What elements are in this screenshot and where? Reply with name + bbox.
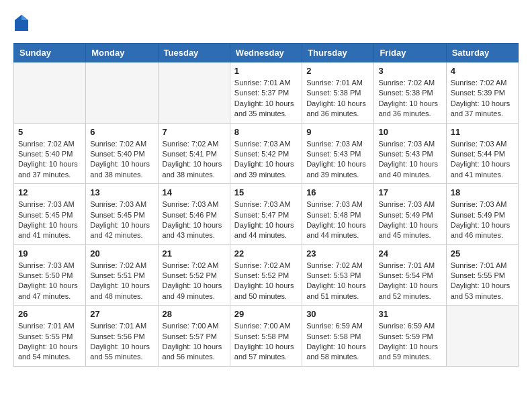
day-info: Sunrise: 7:03 AMSunset: 5:49 PMDaylight:… — [451, 199, 514, 241]
day-info: Sunrise: 7:01 AMSunset: 5:56 PMDaylight:… — [90, 321, 153, 363]
day-info: Sunrise: 7:00 AMSunset: 5:57 PMDaylight:… — [163, 321, 226, 363]
day-header-friday: Friday — [374, 44, 446, 62]
day-number: 9 — [306, 127, 369, 137]
logo-icon — [13, 13, 30, 32]
day-info: Sunrise: 7:01 AMSunset: 5:54 PMDaylight:… — [378, 261, 441, 302]
day-info: Sunrise: 7:03 AMSunset: 5:44 PMDaylight:… — [451, 139, 514, 181]
day-info: Sunrise: 7:02 AMSunset: 5:39 PMDaylight:… — [451, 78, 514, 120]
day-number: 31 — [378, 309, 441, 319]
day-number: 10 — [378, 127, 441, 137]
calendar-cell: 10Sunrise: 7:03 AMSunset: 5:43 PMDayligh… — [374, 123, 446, 184]
day-number: 14 — [163, 187, 226, 197]
day-info: Sunrise: 7:03 AMSunset: 5:43 PMDaylight:… — [306, 139, 369, 181]
calendar-cell: 25Sunrise: 7:01 AMSunset: 5:55 PMDayligh… — [446, 244, 518, 306]
calendar-cell: 1Sunrise: 7:01 AMSunset: 5:37 PMDaylight… — [230, 62, 302, 124]
day-number: 19 — [18, 248, 81, 259]
day-header-tuesday: Tuesday — [158, 44, 230, 62]
calendar-cell: 3Sunrise: 7:02 AMSunset: 5:38 PMDaylight… — [374, 62, 446, 124]
day-number: 23 — [306, 248, 369, 259]
day-info: Sunrise: 7:01 AMSunset: 5:55 PMDaylight:… — [18, 321, 81, 363]
calendar-cell: 31Sunrise: 6:59 AMSunset: 5:59 PMDayligh… — [374, 306, 446, 367]
day-info: Sunrise: 7:02 AMSunset: 5:52 PMDaylight:… — [234, 261, 298, 302]
day-number: 26 — [18, 309, 81, 319]
day-number: 18 — [451, 187, 514, 197]
day-info: Sunrise: 7:02 AMSunset: 5:40 PMDaylight:… — [90, 139, 153, 181]
day-number: 15 — [234, 187, 298, 197]
day-info: Sunrise: 6:59 AMSunset: 5:58 PMDaylight:… — [306, 321, 369, 363]
calendar-cell: 6Sunrise: 7:02 AMSunset: 5:40 PMDaylight… — [86, 123, 158, 184]
day-info: Sunrise: 7:01 AMSunset: 5:38 PMDaylight:… — [306, 78, 369, 120]
day-info: Sunrise: 7:03 AMSunset: 5:43 PMDaylight:… — [378, 139, 441, 181]
day-number: 21 — [163, 248, 226, 259]
day-info: Sunrise: 7:03 AMSunset: 5:47 PMDaylight:… — [234, 199, 298, 241]
week-row-2: 5Sunrise: 7:02 AMSunset: 5:40 PMDaylight… — [14, 123, 519, 184]
day-number: 16 — [306, 187, 369, 197]
calendar-cell: 17Sunrise: 7:03 AMSunset: 5:49 PMDayligh… — [374, 184, 446, 245]
day-header-saturday: Saturday — [446, 44, 518, 62]
day-info: Sunrise: 7:03 AMSunset: 5:50 PMDaylight:… — [18, 261, 81, 302]
day-number: 2 — [306, 66, 369, 76]
day-number: 29 — [234, 309, 298, 319]
day-info: Sunrise: 7:03 AMSunset: 5:46 PMDaylight:… — [163, 199, 226, 241]
page-header — [13, 13, 519, 32]
week-row-1: 1Sunrise: 7:01 AMSunset: 5:37 PMDaylight… — [14, 62, 519, 124]
week-row-3: 12Sunrise: 7:03 AMSunset: 5:45 PMDayligh… — [14, 184, 519, 245]
day-number: 12 — [18, 187, 81, 197]
calendar-cell: 12Sunrise: 7:03 AMSunset: 5:45 PMDayligh… — [14, 184, 86, 245]
day-number: 6 — [90, 127, 153, 137]
day-info: Sunrise: 7:02 AMSunset: 5:38 PMDaylight:… — [378, 78, 441, 120]
calendar-cell — [158, 62, 230, 124]
week-row-4: 19Sunrise: 7:03 AMSunset: 5:50 PMDayligh… — [14, 244, 519, 306]
day-number: 30 — [306, 309, 369, 319]
week-row-5: 26Sunrise: 7:01 AMSunset: 5:55 PMDayligh… — [14, 306, 519, 367]
calendar-cell: 23Sunrise: 7:02 AMSunset: 5:53 PMDayligh… — [302, 244, 374, 306]
day-info: Sunrise: 7:02 AMSunset: 5:52 PMDaylight:… — [163, 261, 226, 302]
day-info: Sunrise: 7:03 AMSunset: 5:42 PMDaylight:… — [234, 139, 298, 181]
calendar-cell: 27Sunrise: 7:01 AMSunset: 5:56 PMDayligh… — [86, 306, 158, 367]
day-info: Sunrise: 6:59 AMSunset: 5:59 PMDaylight:… — [378, 321, 441, 363]
logo — [13, 13, 32, 32]
calendar-cell: 7Sunrise: 7:02 AMSunset: 5:41 PMDaylight… — [158, 123, 230, 184]
day-number: 22 — [234, 248, 298, 259]
calendar-cell: 21Sunrise: 7:02 AMSunset: 5:52 PMDayligh… — [158, 244, 230, 306]
day-info: Sunrise: 7:02 AMSunset: 5:51 PMDaylight:… — [90, 261, 153, 302]
calendar-cell: 9Sunrise: 7:03 AMSunset: 5:43 PMDaylight… — [302, 123, 374, 184]
day-info: Sunrise: 7:02 AMSunset: 5:41 PMDaylight:… — [163, 139, 226, 181]
calendar-cell — [446, 306, 518, 367]
day-info: Sunrise: 7:02 AMSunset: 5:53 PMDaylight:… — [306, 261, 369, 302]
day-number: 4 — [451, 66, 514, 76]
calendar-cell: 26Sunrise: 7:01 AMSunset: 5:55 PMDayligh… — [14, 306, 86, 367]
calendar-cell: 15Sunrise: 7:03 AMSunset: 5:47 PMDayligh… — [230, 184, 302, 245]
calendar-cell: 29Sunrise: 7:00 AMSunset: 5:58 PMDayligh… — [230, 306, 302, 367]
calendar-cell: 28Sunrise: 7:00 AMSunset: 5:57 PMDayligh… — [158, 306, 230, 367]
calendar-cell: 14Sunrise: 7:03 AMSunset: 5:46 PMDayligh… — [158, 184, 230, 245]
day-number: 1 — [234, 66, 298, 76]
calendar-table: SundayMondayTuesdayWednesdayThursdayFrid… — [13, 43, 519, 367]
day-info: Sunrise: 7:03 AMSunset: 5:45 PMDaylight:… — [90, 199, 153, 241]
day-number: 3 — [378, 66, 441, 76]
calendar-cell — [14, 62, 86, 124]
day-number: 5 — [18, 127, 81, 137]
calendar-cell: 4Sunrise: 7:02 AMSunset: 5:39 PMDaylight… — [446, 62, 518, 124]
day-number: 25 — [451, 248, 514, 259]
day-number: 20 — [90, 248, 153, 259]
day-header-thursday: Thursday — [302, 44, 374, 62]
calendar-cell: 18Sunrise: 7:03 AMSunset: 5:49 PMDayligh… — [446, 184, 518, 245]
calendar-cell: 19Sunrise: 7:03 AMSunset: 5:50 PMDayligh… — [14, 244, 86, 306]
day-header-sunday: Sunday — [14, 44, 86, 62]
calendar-cell — [86, 62, 158, 124]
day-info: Sunrise: 7:00 AMSunset: 5:58 PMDaylight:… — [234, 321, 298, 363]
day-header-wednesday: Wednesday — [230, 44, 302, 62]
day-info: Sunrise: 7:01 AMSunset: 5:55 PMDaylight:… — [451, 261, 514, 302]
day-info: Sunrise: 7:03 AMSunset: 5:45 PMDaylight:… — [18, 199, 81, 241]
calendar-cell: 5Sunrise: 7:02 AMSunset: 5:40 PMDaylight… — [14, 123, 86, 184]
calendar-cell: 16Sunrise: 7:03 AMSunset: 5:48 PMDayligh… — [302, 184, 374, 245]
day-number: 8 — [234, 127, 298, 137]
calendar-cell: 20Sunrise: 7:02 AMSunset: 5:51 PMDayligh… — [86, 244, 158, 306]
day-info: Sunrise: 7:01 AMSunset: 5:37 PMDaylight:… — [234, 78, 298, 120]
calendar-cell: 24Sunrise: 7:01 AMSunset: 5:54 PMDayligh… — [374, 244, 446, 306]
calendar-cell: 2Sunrise: 7:01 AMSunset: 5:38 PMDaylight… — [302, 62, 374, 124]
day-number: 27 — [90, 309, 153, 319]
day-number: 13 — [90, 187, 153, 197]
day-info: Sunrise: 7:02 AMSunset: 5:40 PMDaylight:… — [18, 139, 81, 181]
